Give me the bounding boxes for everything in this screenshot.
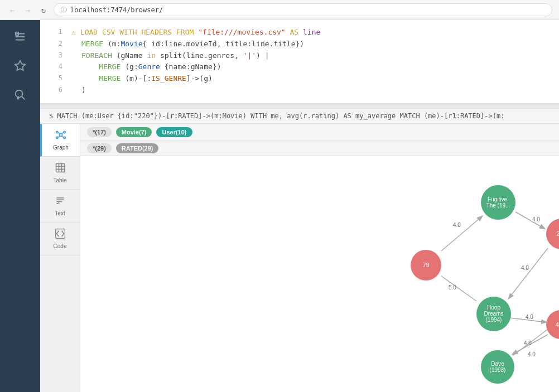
svg-line-11 [57, 133, 61, 134]
sidebar-item-favorites[interactable] [7, 54, 33, 80]
sidebar-item-search[interactable] [7, 83, 33, 109]
svg-point-2 [16, 90, 23, 98]
star-icon [14, 60, 26, 74]
text-tab-icon: A [55, 195, 66, 209]
sidebar-item-files[interactable] [7, 25, 33, 51]
url-text: localhost:7474/browser/ [70, 6, 163, 14]
graph-tab-icon [55, 129, 66, 143]
code-text-1: LOAD CSV WITH HEADERS FROM "file:///movi… [80, 27, 321, 38]
edge-label-6: 4.0 [524, 340, 532, 346]
tab-text[interactable]: A Text [40, 190, 80, 222]
badge-user-10[interactable]: User(10) [156, 127, 192, 137]
line-number-3: 3 [49, 50, 62, 61]
lock-icon: ⓘ [61, 6, 67, 14]
tab-table-label: Table [54, 177, 67, 183]
svg-line-27 [515, 212, 544, 229]
query-wrapper: $ MATCH (me:User {id:"220"})-[r:RATED]->… [40, 109, 559, 392]
line-number-2: 2 [49, 38, 62, 49]
tab-code[interactable]: Code [40, 222, 80, 255]
query-text: $ MATCH (me:User {id:"220"})-[r:RATED]->… [49, 112, 504, 120]
edge-label-7: 4.0 [528, 351, 536, 357]
code-line-6: 6 ) [40, 85, 559, 96]
badge-rated-29[interactable]: RATED(29) [116, 143, 159, 153]
edge-label-5: 4.0 [526, 314, 533, 320]
code-tab-icon [55, 228, 66, 241]
tab-graph[interactable]: Graph [40, 124, 80, 157]
search-icon [14, 89, 26, 103]
query-section: $ MATCH (me:User {id:"220"})-[r:RATED]->… [40, 109, 559, 392]
svg-rect-5 [17, 96, 20, 100]
tab-text-label: Text [55, 210, 65, 216]
sidebar [0, 20, 40, 392]
tab-table[interactable]: Table [40, 157, 80, 190]
svg-marker-1 [15, 61, 25, 70]
query-bar: $ MATCH (me:User {id:"220"})-[r:RATED]->… [40, 109, 559, 124]
badge-all-17[interactable]: *(17) [87, 127, 112, 137]
graph-canvas: 4.0 4.0 5.0 4.0 4.0 4.0 4.0 79 Fugitive,… [80, 156, 559, 392]
svg-line-3 [22, 96, 25, 100]
line-number-5: 5 [49, 73, 62, 84]
node-hoop-dreams[interactable]: HoopDreams(1994) [476, 297, 511, 331]
code-text-4: MERGE (g:Genre {name:gName}) [81, 61, 221, 73]
edge-label-3: 5.0 [449, 284, 456, 291]
node-dave-1993[interactable]: Dave(1993) [481, 350, 514, 384]
code-line-2: 2 MERGE (m:Movie{ id:line.movieId, title… [40, 38, 559, 50]
content-area: 1 ⚠ LOAD CSV WITH HEADERS FROM "file:///… [40, 20, 559, 392]
node-79[interactable]: 79 [411, 250, 441, 280]
code-text-5: MERGE (m)-[:IS_GENRE]->(g) [81, 73, 213, 85]
edge-label-4: 4.0 [521, 265, 529, 271]
code-text-3: FOREACH (gName in split(line.genres, '|'… [81, 50, 269, 62]
edge-label-2: 4.0 [532, 216, 540, 222]
code-line-4: 4 MERGE (g:Genre {name:gName}) [40, 61, 559, 73]
back-button[interactable]: ← [7, 4, 18, 16]
files-icon [14, 31, 26, 45]
svg-line-25 [441, 216, 482, 251]
view-tabs-panel: Graph [40, 124, 80, 392]
results-panel: *(17) Movie(7) User(10) *(29) RATED(29) [80, 124, 559, 392]
svg-rect-15 [56, 163, 64, 172]
node-235[interactable]: 235 [546, 219, 559, 249]
line-number-6: 6 [49, 85, 62, 95]
results-header-row1: *(17) Movie(7) User(10) [80, 124, 559, 141]
line-number-1: 1 [49, 27, 62, 37]
svg-line-26 [441, 276, 476, 301]
svg-line-14 [61, 136, 64, 137]
code-text-6: ) [81, 85, 86, 96]
line-number-4: 4 [49, 61, 62, 72]
code-line-1: 1 ⚠ LOAD CSV WITH HEADERS FROM "file:///… [40, 27, 559, 38]
results-header-row2: *(29) RATED(29) [80, 141, 559, 156]
code-block: 1 ⚠ LOAD CSV WITH HEADERS FROM "file:///… [40, 20, 559, 104]
forward-button[interactable]: → [22, 4, 33, 16]
svg-line-12 [61, 133, 64, 134]
badge-all-29[interactable]: *(29) [87, 143, 112, 153]
address-bar[interactable]: ⓘ localhost:7474/browser/ [54, 3, 552, 16]
table-tab-icon [55, 162, 66, 176]
warning-icon: ⚠ [71, 27, 76, 38]
code-line-5: 5 MERGE (m)-[:IS_GENRE]->(g) [40, 73, 559, 85]
node-438[interactable]: 438 [546, 310, 559, 339]
refresh-button[interactable]: ↻ [38, 4, 49, 16]
tab-graph-label: Graph [53, 144, 69, 151]
browser-chrome: ← → ↻ ⓘ localhost:7474/browser/ [0, 0, 559, 20]
main-area: 1 ⚠ LOAD CSV WITH HEADERS FROM "file:///… [0, 20, 559, 392]
node-fugitive[interactable]: Fugitive,The (19... [481, 185, 515, 220]
edge-label-1: 4.0 [453, 222, 461, 228]
badge-movie-7[interactable]: Movie(7) [116, 127, 152, 137]
svg-point-6 [60, 133, 62, 136]
svg-line-13 [57, 136, 61, 137]
svg-text:A: A [57, 201, 60, 205]
svg-line-28 [509, 248, 548, 298]
code-line-3: 3 FOREACH (gName in split(line.genres, '… [40, 50, 559, 62]
code-text-2: MERGE (m:Movie{ id:line.movieId, title:l… [81, 38, 304, 50]
tab-code-label: Code [54, 243, 67, 249]
bottom-panels: Graph [40, 124, 559, 392]
section-divider [40, 104, 559, 109]
